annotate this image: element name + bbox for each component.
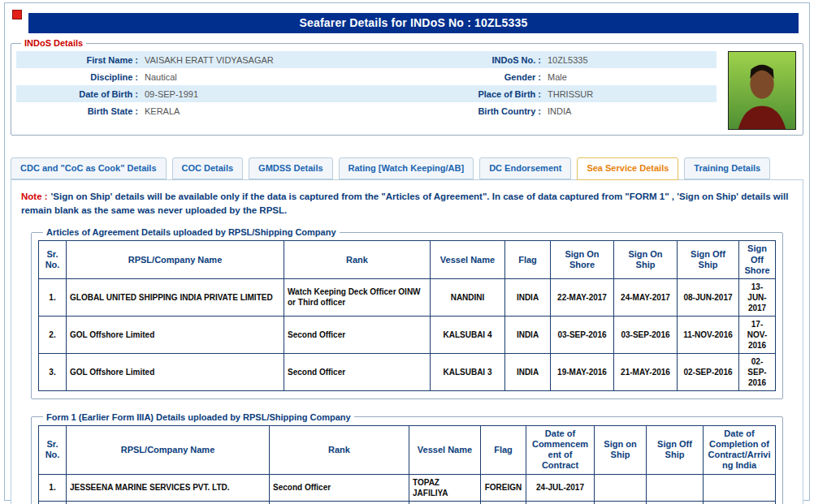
- form1-table: Sr. No.RPSL/Company NameRankVessel NameF…: [38, 425, 776, 504]
- table-cell: Second Officer: [270, 474, 409, 501]
- tab-training-details[interactable]: Training Details: [684, 157, 770, 179]
- table-row: 1.JESSEENA MARINE SERVICES PVT. LTD.Seco…: [39, 474, 776, 501]
- column-header: Date of Commencement of Contract: [526, 425, 595, 474]
- table-cell: Second Officer: [284, 316, 431, 353]
- column-header: Sign Off Shore: [739, 241, 776, 279]
- table-row: 2.GOL Offshore LimitedSecond OfficerKALS…: [39, 316, 776, 353]
- detail-row: First Name :VAISAKH ERATT VIDYASAGARINDo…: [16, 51, 717, 68]
- table-cell: GOL Offshore Limited: [67, 316, 284, 353]
- table-cell: 3.: [39, 353, 67, 390]
- table-cell: GLOBAL UNITED SHIPPING INDIA PRIVATE LIM…: [67, 278, 284, 316]
- column-header: Date of Completion of Contract/Arriving …: [704, 425, 776, 474]
- tab-gmdss-details[interactable]: GMDSS Details: [249, 157, 332, 179]
- detail-value: Nautical: [145, 72, 413, 82]
- detail-row: Discipline :NauticalGender :Male: [16, 68, 717, 85]
- detail-row: Date of Birth :09-SEP-1991Place of Birth…: [16, 85, 717, 102]
- tab-rating-watch-keeping-ab[interactable]: Rating [Watch Keeping/AB]: [339, 157, 474, 179]
- indos-details-section: INDoS Details First Name :VAISAKH ERATT …: [11, 38, 803, 136]
- header-row: Sr. No.RPSL/Company NameRankVessel NameF…: [39, 241, 776, 279]
- column-header: Rank: [284, 241, 431, 279]
- tab-dc-endorsement[interactable]: DC Endorsement: [479, 157, 571, 179]
- seafarer-photo-image: [729, 52, 795, 129]
- table-cell: SEVEN SEAS NAVIGATION (INDIA) PVT. LTD.: [67, 501, 270, 504]
- detail-value: KERALA: [145, 106, 413, 116]
- detail-value: THRISSUR: [548, 89, 717, 99]
- detail-row: Birth State :KERALABirth Country :INDIA: [16, 102, 717, 119]
- table-cell: TOPAZ JAFILIYA: [409, 474, 481, 501]
- column-header: Sign On Ship: [614, 241, 678, 279]
- table-row: 1.GLOBAL UNITED SHIPPING INDIA PRIVATE L…: [39, 278, 776, 316]
- tab-panel: Note :'Sign on Ship' details will be ava…: [11, 179, 803, 504]
- detail-value: 10ZL5335: [548, 55, 717, 65]
- tab-sea-service-details[interactable]: Sea Service Details: [577, 157, 678, 180]
- tab-coc-details[interactable]: COC Details: [172, 157, 244, 179]
- page-title: Seafarer Details for INDoS No : 10ZL5335: [28, 13, 799, 33]
- seafarer-photo: [728, 51, 796, 130]
- table-cell: 03-SEP-2016: [551, 316, 614, 353]
- table-cell: Second Officer: [284, 353, 431, 390]
- column-header: Sr. No.: [39, 425, 67, 474]
- articles-legend: Articles of Agreement Details uploaded b…: [43, 227, 340, 237]
- tab-bar: CDC and "CoC as Cook" DetailsCOC Details…: [11, 157, 803, 179]
- note: Note :'Sign on Ship' details will be ava…: [21, 190, 793, 217]
- column-header: Sign Off Ship: [678, 241, 739, 279]
- detail-label: Gender :: [419, 72, 541, 82]
- column-header: RPSL/Company Name: [67, 241, 284, 279]
- detail-label: First Name :: [16, 55, 138, 65]
- indos-details-rows: First Name :VAISAKH ERATT VIDYASAGARINDo…: [16, 51, 717, 119]
- detail-label: Birth State :: [16, 106, 138, 116]
- articles-of-agreement-section: Articles of Agreement Details uploaded b…: [31, 227, 783, 399]
- indos-details-body: First Name :VAISAKH ERATT VIDYASAGARINDo…: [16, 50, 798, 130]
- table-cell: 01-MAY-2014: [526, 501, 595, 504]
- table-cell: 24-MAY-2017: [614, 278, 678, 316]
- table-cell: 21-MAY-2016: [614, 353, 678, 390]
- table-cell: NANDINI: [431, 278, 505, 316]
- detail-label: Date of Birth :: [16, 89, 138, 99]
- table-cell: 10-JAN-2015: [704, 501, 776, 504]
- indos-details-legend: INDoS Details: [21, 38, 86, 48]
- table-row: 3.GOL Offshore LimitedSecond OfficerKALS…: [39, 353, 776, 390]
- table-cell: FOREIGN: [481, 501, 526, 504]
- table-cell: 09-JAN-2015: [647, 501, 704, 504]
- page: Seafarer Details for INDoS No : 10ZL5335…: [4, 2, 810, 501]
- detail-value: 09-SEP-1991: [145, 89, 413, 99]
- column-header: Rank: [270, 425, 409, 474]
- note-text: 'Sign on Ship' details will be available…: [21, 192, 788, 215]
- form1-legend: Form 1 (Earlier Form IIIA) Details uploa…: [43, 412, 354, 422]
- table-row: 2.SEVEN SEAS NAVIGATION (INDIA) PVT. LTD…: [39, 501, 776, 504]
- table-cell: 24-JUL-2017: [526, 474, 595, 501]
- table-cell: M.V. CAROLINA: [409, 501, 481, 504]
- articles-table: Sr. No.RPSL/Company NameRankVessel NameF…: [38, 240, 776, 391]
- column-header: Sign On Shore: [551, 241, 614, 279]
- table-cell: KALSUBAI 4: [431, 316, 505, 353]
- table-cell: 02-SEP-2016: [739, 353, 776, 390]
- column-header: RPSL/Company Name: [67, 425, 270, 474]
- table-cell: INDIA: [505, 353, 551, 390]
- detail-value: VAISAKH ERATT VIDYASAGAR: [145, 55, 413, 65]
- column-header: Sign Off Ship: [647, 425, 704, 474]
- detail-value: Male: [548, 72, 717, 82]
- table-cell: 02-SEP-2016: [678, 353, 739, 390]
- table-cell: INDIA: [505, 316, 551, 353]
- table-cell: JESSEENA MARINE SERVICES PVT. LTD.: [67, 474, 270, 501]
- table-cell: INDIA: [505, 278, 551, 316]
- column-header: Vessel Name: [409, 425, 481, 474]
- table-cell: GOL Offshore Limited: [67, 353, 284, 390]
- detail-label: Discipline :: [16, 72, 138, 82]
- header-row: Sr. No.RPSL/Company NameRankVessel NameF…: [39, 425, 776, 474]
- column-header: Vessel Name: [431, 241, 505, 279]
- table-cell: 1.: [39, 278, 67, 316]
- tab-cdc-and-coc-as-cook-details[interactable]: CDC and "CoC as Cook" Details: [11, 157, 167, 179]
- detail-label: Place of Birth :: [419, 89, 541, 99]
- detail-label: INDoS No. :: [419, 55, 541, 65]
- column-header: Flag: [481, 425, 526, 474]
- table-cell: FOREIGN: [481, 474, 526, 501]
- table-cell: 08-JUN-2017: [678, 278, 739, 316]
- table-cell: 13-JUN-2017: [739, 278, 776, 316]
- table-cell: Watch Keeping Deck Officer OINW or Third…: [284, 278, 431, 316]
- column-header: Flag: [505, 241, 551, 279]
- table-cell: [704, 474, 776, 501]
- table-cell: 11-NOV-2016: [678, 316, 739, 353]
- column-header: Sr. No.: [39, 241, 67, 279]
- note-label: Note :: [21, 192, 48, 201]
